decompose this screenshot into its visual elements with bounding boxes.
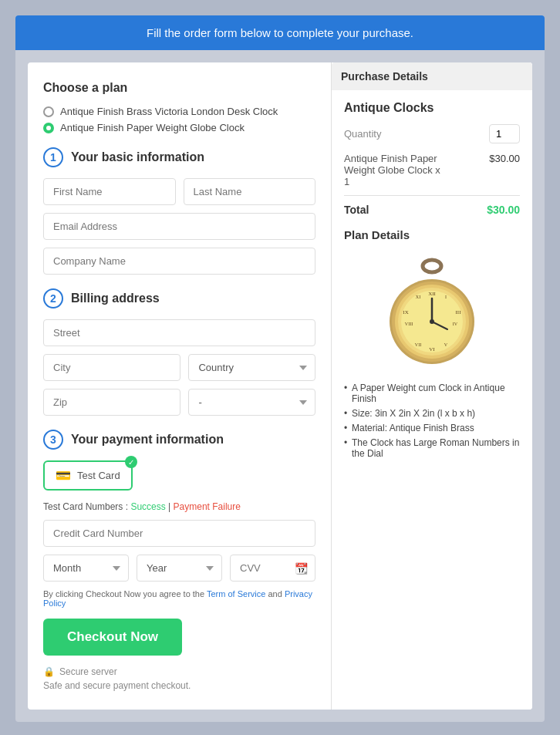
right-panel: Purchase Details Antique Clocks Quantity… — [332, 62, 532, 710]
item-price: $30.00 — [489, 153, 520, 187]
total-row: Total $30.00 — [344, 204, 520, 216]
svg-text:V: V — [444, 342, 448, 347]
cc-number-input[interactable] — [43, 520, 315, 547]
feature-item: A Paper Weight cum Clock in Antique Fini… — [344, 383, 520, 404]
test-card-text: Test Card Numbers : Success | Payment Fa… — [43, 501, 315, 512]
plan-details-title: Plan Details — [344, 228, 520, 241]
top-banner: Fill the order form below to complete yo… — [15, 15, 545, 50]
feature-item: Size: 3in X 2in X 2in (l x b x h) — [344, 408, 520, 419]
street-row — [43, 319, 315, 346]
terms-text2: and — [268, 589, 284, 598]
clock-image: XII III VI IX I IV V VII VIII XI — [378, 252, 486, 372]
cvv-icon: 📆 — [295, 562, 308, 575]
feature-item: The Clock has Large Roman Numbers in the… — [344, 437, 520, 459]
secure-server: 🔒 Secure server — [43, 666, 315, 677]
svg-point-0 — [423, 260, 441, 272]
company-input[interactable] — [43, 248, 315, 275]
email-input[interactable] — [43, 213, 315, 240]
plan-option-2-label: Antique Finish Paper Weight Globe Clock — [60, 122, 245, 133]
svg-text:VIII: VIII — [405, 322, 413, 326]
last-name-input[interactable] — [184, 178, 316, 205]
country-select[interactable]: Country — [188, 354, 315, 381]
street-input[interactable] — [43, 319, 315, 346]
svg-text:IV: IV — [453, 322, 458, 326]
success-link[interactable]: Success — [130, 501, 165, 512]
company-row — [43, 248, 315, 275]
test-card-label: Test Card — [77, 470, 120, 481]
svg-text:XII: XII — [428, 291, 436, 297]
plan-option-2[interactable]: Antique Finish Paper Weight Globe Clock — [43, 122, 315, 133]
section3-title: Your payment information — [71, 433, 224, 447]
quantity-label: Quantity — [344, 128, 381, 140]
cvv-wrapper: 📆 — [230, 555, 315, 582]
state-select[interactable]: - — [188, 389, 315, 416]
section2-title: Billing address — [71, 292, 160, 305]
card-checkmark: ✓ — [125, 456, 137, 468]
year-wrapper: Year — [137, 555, 222, 582]
svg-text:VI: VI — [429, 346, 435, 352]
cc-number-row — [43, 520, 315, 547]
features-list: A Paper Weight cum Clock in Antique Fini… — [344, 383, 520, 459]
radio-selected — [43, 123, 54, 133]
radio-unselected — [43, 106, 54, 117]
purchase-details-header: Purchase Details — [332, 62, 532, 90]
test-card-numbers-label: Test Card Numbers : — [43, 501, 128, 512]
state-wrapper: - — [188, 389, 315, 416]
terms-text: By clicking Checkout Now you agree to th… — [43, 589, 315, 608]
section2-header: 2 Billing address — [43, 288, 315, 308]
city-input[interactable] — [43, 354, 180, 381]
item-name: Antique Finish Paper Weight Globe Clock … — [344, 153, 444, 187]
safe-text: Safe and secure payment checkout. — [43, 680, 315, 691]
svg-text:IX: IX — [403, 309, 408, 315]
svg-text:III: III — [456, 309, 462, 315]
section1-header: 1 Your basic information — [43, 147, 315, 167]
quantity-input[interactable] — [489, 124, 520, 143]
quantity-row: Quantity — [344, 124, 520, 143]
credit-card-icon: 💳 — [56, 468, 71, 483]
checkout-button[interactable]: Checkout Now — [43, 619, 182, 656]
svg-text:I: I — [445, 295, 447, 299]
product-name: Antique Clocks — [344, 101, 520, 115]
city-country-row: Country — [43, 354, 315, 381]
section2-number: 2 — [43, 288, 63, 308]
svg-text:VII: VII — [415, 342, 421, 347]
total-price: $30.00 — [487, 204, 520, 216]
total-label: Total — [344, 204, 369, 216]
section3-header: 3 Your payment information — [43, 430, 315, 450]
month-wrapper: Month — [43, 555, 129, 582]
choose-plan-title: Choose a plan — [43, 81, 315, 95]
name-row — [43, 178, 315, 205]
country-wrapper: Country — [188, 354, 315, 381]
plan-section: Choose a plan Antique Finish Brass Victo… — [43, 81, 315, 133]
month-select[interactable]: Month — [43, 555, 129, 582]
svg-text:XI: XI — [416, 295, 420, 299]
section1-title: Your basic information — [71, 150, 204, 164]
year-select[interactable]: Year — [137, 555, 222, 582]
zip-state-row: - — [43, 389, 315, 416]
first-name-input[interactable] — [43, 178, 176, 205]
svg-point-18 — [430, 319, 434, 324]
banner-text: Fill the order form below to complete yo… — [147, 26, 413, 39]
terms-link1[interactable]: Term of Service — [207, 589, 265, 598]
section3-number: 3 — [43, 430, 63, 450]
lock-icon: 🔒 — [43, 666, 55, 677]
secure-label: Secure server — [59, 666, 117, 677]
main-content: Choose a plan Antique Finish Brass Victo… — [28, 62, 532, 710]
section1-number: 1 — [43, 147, 63, 167]
cvv-row: Month Year 📆 — [43, 555, 315, 582]
terms-text1: By clicking Checkout Now you agree to th… — [43, 589, 207, 598]
left-panel: Choose a plan Antique Finish Brass Victo… — [28, 62, 332, 710]
zip-input[interactable] — [43, 389, 180, 416]
page-wrapper: Fill the order form below to complete yo… — [15, 15, 545, 722]
plan-option-1[interactable]: Antique Finish Brass Victoria London Des… — [43, 106, 315, 117]
email-row — [43, 213, 315, 240]
failure-link[interactable]: Payment Failure — [174, 501, 241, 512]
payment-card-box[interactable]: 💳 Test Card ✓ — [43, 460, 133, 491]
item-row: Antique Finish Paper Weight Globe Clock … — [344, 153, 520, 196]
feature-item: Material: Antique Finish Brass — [344, 423, 520, 433]
plan-option-1-label: Antique Finish Brass Victoria London Des… — [60, 106, 278, 117]
